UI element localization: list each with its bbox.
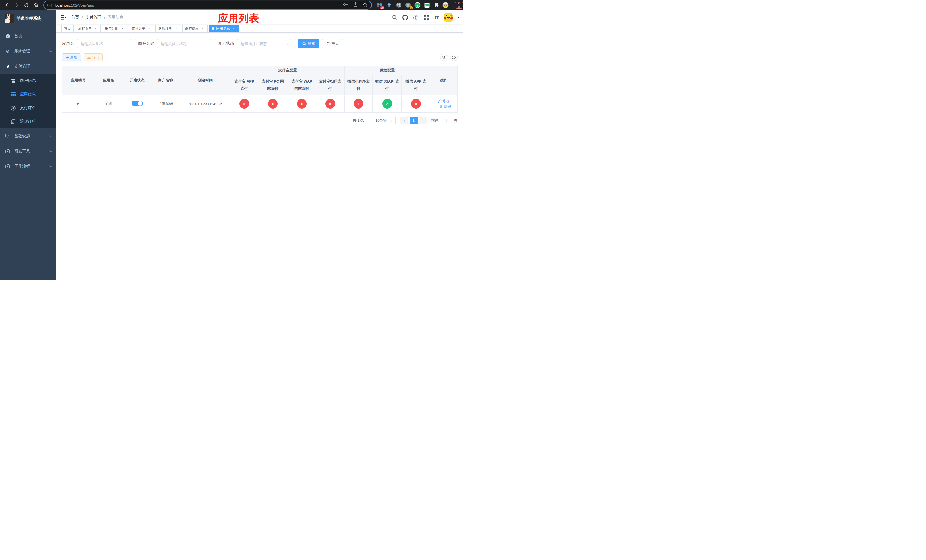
cell-alipay-wap: × — [288, 95, 316, 112]
browser-home-icon[interactable] — [32, 1, 40, 9]
svg-text:y: y — [416, 3, 419, 7]
sidebar-item-payment[interactable]: ¥ 支付管理 — [0, 59, 56, 74]
col-header-wx-mini: 微信小程序支付 — [345, 75, 373, 95]
sidebar-item-home[interactable]: 首页 — [0, 29, 56, 44]
sidebar-item-infrastructure[interactable]: 基础设施 — [0, 129, 56, 144]
toggle-knob — [138, 101, 142, 106]
col-group-wechat: 微信配置 — [345, 66, 430, 75]
merchant-name-label: 商户名称 — [138, 41, 154, 46]
extensions-puzzle-icon[interactable] — [433, 2, 439, 8]
site-info-icon[interactable]: i — [47, 3, 52, 8]
breadcrumb-home[interactable]: 首页 — [71, 15, 79, 20]
status-toggle[interactable] — [132, 101, 143, 106]
add-button[interactable]: 新增 — [62, 53, 81, 61]
refresh-icon[interactable] — [450, 53, 458, 61]
password-key-icon[interactable] — [342, 2, 348, 9]
app-table: 应用编号 应用名 开启状态 商户名称 创建时间 支付宝配置 微信配置 操作 支付… — [62, 65, 458, 112]
toolbox-icon — [5, 149, 10, 153]
table-toolbar: 新增 导出 — [62, 53, 458, 61]
fullscreen-icon[interactable] — [423, 14, 430, 21]
cell-alipay-qr: × — [316, 95, 345, 112]
tag-user-group[interactable]: 用户分组× — [102, 25, 127, 32]
github-icon[interactable] — [402, 14, 409, 21]
sidebar-item-workflow[interactable]: 工作流程 — [0, 159, 56, 174]
close-icon[interactable]: × — [232, 26, 236, 30]
close-icon[interactable]: × — [174, 26, 178, 30]
navbar-tools: ? TT — [392, 13, 460, 22]
search-button[interactable]: 搜索 — [298, 39, 319, 48]
browser-back-icon[interactable] — [3, 1, 11, 9]
close-icon[interactable]: × — [94, 26, 98, 30]
search-icon[interactable] — [392, 14, 398, 21]
breadcrumb-section[interactable]: 支付管理 — [85, 15, 101, 20]
toggle-search-icon[interactable] — [440, 53, 447, 61]
sidebar-item-refund-order[interactable]: 退款订单 — [0, 115, 56, 129]
share-icon[interactable] — [353, 2, 358, 8]
browser-update-button[interactable]: 更新 — [454, 2, 463, 9]
address-bar[interactable]: i localhost:1024/pay/app — [44, 1, 371, 9]
extensions-area: 10 1 y — [377, 2, 448, 8]
user-avatar[interactable] — [444, 13, 453, 22]
cell-merchant: 芋道源码 — [151, 95, 180, 112]
bookmark-star-icon[interactable] — [363, 2, 368, 9]
delete-link[interactable]: 删除 — [439, 104, 451, 109]
app-title: 芋道管理系统 — [17, 16, 41, 21]
sidebar-item-label: 应用信息 — [20, 92, 36, 97]
export-button[interactable]: 导出 — [84, 53, 103, 61]
merchant-name-input[interactable] — [157, 39, 211, 48]
edit-link[interactable]: 修改 — [438, 98, 449, 104]
monitor-icon — [5, 134, 10, 138]
tag-home[interactable]: 首页× — [61, 25, 74, 32]
avatar-caret-icon[interactable] — [457, 17, 460, 18]
app-logo[interactable]: 芋道管理系统 — [0, 10, 56, 26]
tag-pay-order[interactable]: 支付订单× — [129, 25, 154, 32]
collapse-sidebar-icon[interactable] — [61, 14, 67, 21]
cell-wx-jsapi: ✓ — [373, 95, 402, 112]
tag-merchant-info[interactable]: 商户信息× — [182, 25, 207, 32]
goto-page-input[interactable] — [440, 117, 452, 124]
sidebar-item-dev-tools[interactable]: 研发工具 — [0, 144, 56, 159]
prev-page-button[interactable]: ‹ — [400, 117, 409, 124]
reset-button[interactable]: 重置 — [322, 39, 343, 48]
pagination-total: 共 1 条 — [353, 118, 364, 123]
status-select-input[interactable] — [237, 39, 291, 48]
page-content: 应用名 商户名称 开启状态 搜索 — [56, 33, 463, 280]
profile-avatar-emoji[interactable] — [443, 2, 448, 8]
col-header-actions: 操作 — [430, 66, 458, 95]
sidebar-item-pay-order[interactable]: 支付订单 — [0, 101, 56, 115]
page-number-1[interactable]: 1 — [410, 117, 418, 124]
close-icon[interactable]: × — [147, 26, 151, 30]
sidebar-item-system[interactable]: ⚙ 系统管理 — [0, 44, 56, 59]
close-icon[interactable]: × — [121, 26, 124, 30]
extension-yudao-icon[interactable]: y — [415, 2, 420, 8]
cross-status-icon: × — [325, 99, 335, 109]
sidebar-item-app-info[interactable]: 应用信息 — [0, 88, 56, 101]
extension-chat-icon[interactable] — [424, 2, 430, 8]
tag-refund-order[interactable]: 退款订单× — [156, 25, 181, 32]
status-select[interactable] — [237, 39, 291, 48]
extension-command-icon[interactable] — [396, 2, 401, 8]
page-size-select[interactable]: 10条/页 — [367, 117, 395, 124]
extension-diamond-icon[interactable]: 10 — [377, 2, 383, 8]
next-page-button[interactable]: › — [419, 117, 427, 124]
font-size-icon[interactable]: TT — [434, 14, 440, 21]
extension-record-icon[interactable]: 1 — [405, 2, 411, 8]
tag-process-form[interactable]: 流程表单× — [75, 25, 100, 32]
extension-balloon-icon[interactable] — [386, 2, 392, 8]
browser-reload-icon[interactable] — [22, 1, 30, 9]
table-grid-icon — [11, 92, 16, 96]
browser-forward-icon[interactable] — [12, 1, 21, 9]
breadcrumb-current: 应用信息 — [107, 15, 124, 20]
extension-badge: 1 — [410, 6, 413, 9]
chevron-down-icon — [50, 164, 52, 167]
chevron-down-icon — [390, 119, 393, 122]
col-header-merchant: 商户名称 — [151, 66, 180, 95]
sidebar-item-merchant-info[interactable]: 商户信息 — [0, 74, 56, 88]
app-name-input[interactable] — [77, 39, 131, 48]
extension-badge: 10 — [380, 6, 384, 9]
close-icon[interactable]: × — [201, 26, 205, 30]
cell-alipay-app: × — [231, 95, 258, 112]
goto-label: 前往 — [431, 118, 439, 123]
help-icon[interactable]: ? — [413, 14, 419, 21]
tag-app-info[interactable]: 应用信息× — [209, 25, 239, 32]
